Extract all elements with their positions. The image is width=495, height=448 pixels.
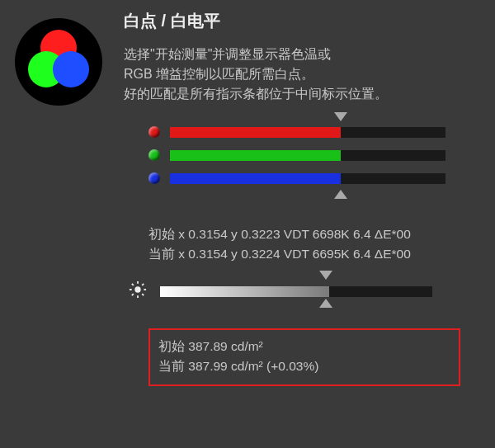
red-dot-icon — [148, 126, 160, 138]
svg-point-4 — [134, 286, 140, 292]
svg-point-3 — [53, 51, 89, 87]
green-fill — [170, 150, 341, 161]
whitepoint-current: 当前 x 0.3154 y 0.3224 VDT 6695K 6.4 ΔE*00 — [148, 244, 411, 264]
blue-row — [148, 170, 446, 186]
whitepoint-initial: 初始 x 0.3154 y 0.3223 VDT 6698K 6.4 ΔE*00 — [148, 224, 411, 244]
luminance-initial: 初始 387.89 cd/m² — [158, 337, 450, 356]
desc-line-3: 好的匹配是所有指示条都位于中间标示位置。 — [124, 84, 388, 104]
luminance-current: 当前 387.99 cd/m² (+0.03%) — [158, 356, 450, 376]
brightness-icon — [129, 281, 147, 302]
brightness-block — [129, 281, 459, 302]
brightness-fill — [160, 286, 329, 297]
svg-line-12 — [142, 284, 144, 285]
red-bar[interactable] — [170, 127, 446, 138]
brightness-marker-top-icon — [319, 271, 332, 280]
luminance-readouts: 初始 387.89 cd/m² 当前 387.99 cd/m² (+0.03%) — [148, 328, 460, 386]
blue-bar[interactable] — [170, 173, 446, 184]
desc-line-1: 选择"开始测量"并调整显示器色温或 — [124, 45, 388, 64]
section-description: 选择"开始测量"并调整显示器色温或 RGB 增益控制以匹配所需白点。 好的匹配是… — [124, 45, 388, 104]
rgb-bars-block — [148, 124, 446, 193]
svg-line-9 — [132, 284, 134, 285]
target-marker-bottom-icon — [334, 190, 347, 199]
brightness-bar[interactable] — [160, 286, 432, 297]
section-title: 白点 / 白电平 — [124, 10, 220, 32]
svg-line-10 — [142, 294, 144, 295]
target-marker-top-icon — [334, 112, 347, 121]
brightness-marker-bottom-icon — [319, 299, 332, 308]
svg-line-11 — [132, 294, 134, 295]
whitepoint-readouts: 初始 x 0.3154 y 0.3223 VDT 6698K 6.4 ΔE*00… — [148, 224, 411, 264]
green-dot-icon — [148, 149, 160, 161]
green-bar[interactable] — [170, 150, 446, 161]
rgb-overlap-icon — [13, 17, 104, 111]
blue-dot-icon — [148, 172, 160, 184]
desc-line-2: RGB 增益控制以匹配所需白点。 — [124, 64, 388, 84]
blue-fill — [170, 173, 341, 184]
red-fill — [170, 127, 341, 138]
red-row — [148, 124, 446, 140]
green-row — [148, 147, 446, 163]
